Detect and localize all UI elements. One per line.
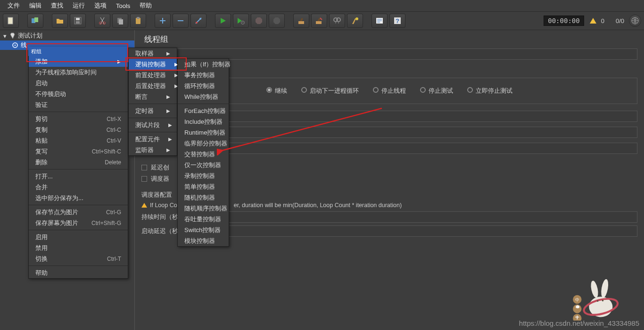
menu-run[interactable]: 运行 [68, 1, 90, 10]
ctx-open[interactable]: 打开... [29, 171, 128, 182]
delay-checkbox[interactable] [141, 165, 147, 170]
paste-icon[interactable] [130, 14, 146, 28]
add-submenu[interactable]: 取样器▶ 逻辑控制器▶ 前置处理器▶ 后置处理器▶ 断言▶ 定时器▶ 测试片段▶… [128, 48, 177, 156]
ctx-duplicate[interactable]: 复写Ctrl+Shift-C [29, 146, 128, 157]
clear-icon[interactable] [293, 14, 309, 28]
sub-config-element[interactable]: 配置元件▶ [129, 134, 177, 145]
lc-critical[interactable]: 临界部分控制器 [178, 138, 229, 149]
startup-delay-input[interactable] [183, 225, 637, 237]
sub-test-fragment[interactable]: 测试片段▶ [129, 120, 177, 130]
radio-stop-now[interactable]: 立即停止测试 [467, 87, 512, 95]
scheduler-checkbox[interactable] [141, 176, 147, 182]
templates-icon[interactable] [27, 14, 43, 28]
ctx-paste[interactable]: 粘贴Ctrl-V [29, 135, 128, 146]
warning-icon [590, 18, 596, 24]
toggle-icon[interactable] [190, 14, 206, 28]
lc-random[interactable]: 随机控制器 [178, 192, 229, 203]
lc-while[interactable]: While控制器 [178, 91, 229, 102]
radio-continue[interactable]: 继续 [266, 87, 287, 95]
ctx-disable[interactable]: 禁用 [29, 242, 128, 253]
sub-timer[interactable]: 定时器▶ [129, 105, 177, 116]
menu-search[interactable]: 查找 [46, 1, 68, 10]
sub-postprocessor[interactable]: 后置处理器▶ [129, 80, 177, 91]
sub-assertion[interactable]: 断言▶ [129, 91, 177, 102]
sub-logic-controller[interactable]: 逻辑控制器▶ [129, 59, 177, 70]
ctx-merge[interactable]: 合并 [29, 182, 128, 193]
lc-foreach[interactable]: ForEach控制器 [178, 105, 229, 116]
radio-stop-thread[interactable]: 停止线程 [373, 87, 406, 95]
clear-all-icon[interactable] [311, 14, 327, 28]
svg-rect-16 [316, 21, 322, 24]
menu-options[interactable]: 选项 [90, 1, 111, 10]
lc-interleave[interactable]: 交替控制器 [178, 149, 229, 160]
menu-file[interactable]: 文件 [3, 1, 25, 10]
lc-throughput[interactable]: 吞吐量控制器 [178, 214, 229, 225]
duration-input[interactable] [183, 211, 637, 223]
ctx-cut[interactable]: 剪切Ctrl-X [29, 113, 128, 124]
watermark: https://blog.csdn.net/weixin_43334985 [519, 319, 639, 327]
ctx-toggle[interactable]: 切换Ctrl-T [29, 253, 128, 264]
lc-runtime[interactable]: Runtime控制器 [178, 127, 229, 138]
radio-next-loop[interactable]: 启动下一进程循环 [301, 87, 359, 95]
copy-icon[interactable] [112, 14, 128, 28]
stop-icon[interactable] [251, 14, 267, 28]
collapse-icon[interactable] [173, 14, 189, 28]
active-threads: 0/0 [613, 17, 627, 24]
lc-switch[interactable]: Switch控制器 [178, 225, 229, 235]
radio-stop-test[interactable]: 停止测试 [420, 87, 453, 95]
ctx-save-screen-img[interactable]: 保存屏幕为图片Ctrl+Shift-G [29, 217, 128, 228]
lc-transaction[interactable]: 事务控制器 [178, 70, 229, 80]
menu-help[interactable]: 帮助 [135, 1, 157, 10]
lc-loop[interactable]: 循环控制器 [178, 80, 229, 91]
sub-preprocessor[interactable]: 前置处理器▶ [129, 70, 177, 80]
menu-edit[interactable]: 编辑 [25, 1, 46, 10]
search-icon[interactable] [329, 14, 345, 28]
start-icon[interactable] [215, 14, 231, 28]
lc-once-only[interactable]: 仅一次控制器 [178, 160, 229, 170]
svg-text:中: 中 [575, 298, 579, 302]
expand-icon[interactable] [155, 14, 171, 28]
lc-simple[interactable]: 简单控制器 [178, 181, 229, 192]
svg-rect-11 [137, 17, 140, 19]
ctx-save-node-img[interactable]: 保存节点为图片Ctrl-G [29, 207, 128, 217]
globe-icon[interactable] [629, 15, 641, 27]
lc-include[interactable]: Include控制器 [178, 116, 229, 127]
start-no-pause-icon[interactable] [233, 14, 249, 28]
lc-if[interactable]: 如果（If）控制器 [178, 59, 229, 70]
svg-point-29 [600, 279, 610, 298]
help-icon[interactable]: ? [389, 14, 405, 28]
open-icon[interactable] [52, 14, 68, 28]
svg-point-28 [590, 280, 600, 298]
collapse-toggle-icon[interactable]: ▾ [2, 33, 8, 39]
cut-icon[interactable] [94, 14, 110, 28]
ctx-delete[interactable]: 删除Delete [29, 157, 128, 168]
lc-module[interactable]: 模块控制器 [178, 235, 229, 246]
ctx-save-selection[interactable]: 选中部分保存为... [29, 193, 128, 203]
lc-recording[interactable]: 录制控制器 [178, 170, 229, 181]
ctx-help[interactable]: 帮助 [29, 267, 128, 278]
ctx-start[interactable]: 启动 [29, 78, 128, 89]
ctx-add[interactable]: 添加▶ [29, 56, 128, 67]
save-icon[interactable] [70, 14, 86, 28]
warnings-indicator[interactable]: 0 [590, 17, 607, 24]
warning-icon [141, 203, 147, 208]
sub-listener[interactable]: 监听器▶ [129, 145, 177, 155]
sub-sampler[interactable]: 取样器▶ [129, 48, 177, 59]
lc-random-order[interactable]: 随机顺序控制器 [178, 203, 229, 214]
context-menu[interactable]: 程组 添加▶ 为子线程添加响应时间 启动 不停顿启动 验证 剪切Ctrl-X 复… [28, 47, 128, 279]
ctx-enable[interactable]: 启用 [29, 232, 128, 242]
ctx-start-no-pause[interactable]: 不停顿启动 [29, 89, 128, 99]
shutdown-icon[interactable] [269, 14, 285, 28]
ctx-copy[interactable]: 复制Ctrl-C [29, 124, 128, 135]
tree-root[interactable]: ▾ 测试计划 [0, 31, 134, 40]
tree-root-label: 测试计划 [18, 32, 42, 40]
function-helper-icon[interactable] [372, 14, 388, 28]
new-icon[interactable] [3, 14, 19, 28]
tree-badge: 程组 [28, 47, 128, 56]
ctx-add-think-time[interactable]: 为子线程添加响应时间 [29, 67, 128, 78]
reset-search-icon[interactable] [347, 14, 363, 28]
testplan-icon [8, 32, 16, 40]
menu-tools[interactable]: Tools [111, 2, 135, 9]
ctx-validate[interactable]: 验证 [29, 99, 128, 110]
logic-controller-submenu[interactable]: 如果（If）控制器 事务控制器 循环控制器 While控制器 ForEach控制… [177, 58, 229, 247]
